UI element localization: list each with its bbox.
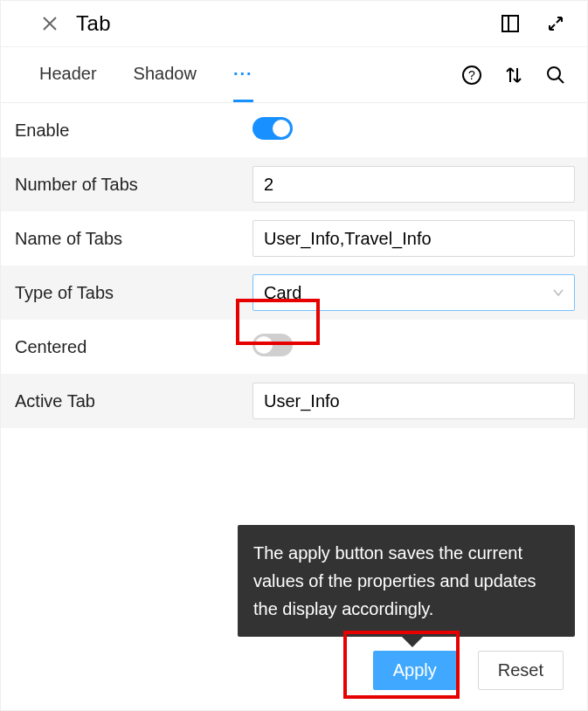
help-icon[interactable]: ? (461, 65, 482, 86)
expand-icon[interactable] (545, 13, 566, 34)
sort-icon[interactable] (503, 65, 524, 86)
centered-switch[interactable] (252, 334, 293, 356)
row-nametabs: Name of Tabs (1, 211, 587, 266)
svg-line-5 (558, 78, 564, 83)
tab-shadow[interactable]: Shadow (134, 47, 197, 102)
label-nametabs: Name of Tabs (15, 229, 242, 249)
row-numtabs: Number of Tabs (1, 157, 587, 211)
row-centered: Centered (1, 320, 587, 374)
reset-button[interactable]: Reset (478, 651, 564, 690)
label-activetab: Active Tab (15, 391, 242, 411)
tab-header[interactable]: Header (39, 47, 97, 102)
label-enable: Enable (15, 121, 242, 141)
nametabs-input[interactable] (252, 220, 575, 257)
label-typetabs: Type of Tabs (15, 283, 242, 303)
apply-button[interactable]: Apply (373, 651, 457, 690)
search-icon[interactable] (545, 65, 566, 86)
property-rows: Enable Number of Tabs Name of Tabs Type … (1, 103, 587, 428)
tab-more[interactable]: ··· (233, 47, 253, 102)
svg-text:?: ? (468, 68, 475, 82)
svg-point-4 (548, 67, 560, 79)
close-icon[interactable] (39, 13, 60, 34)
apply-tooltip: The apply button saves the current value… (238, 525, 575, 637)
svg-rect-0 (502, 16, 518, 31)
label-numtabs: Number of Tabs (15, 175, 242, 195)
numtabs-input[interactable] (252, 166, 575, 203)
typetabs-select[interactable] (252, 274, 575, 311)
label-centered: Centered (15, 337, 242, 357)
row-typetabs: Type of Tabs (1, 266, 587, 320)
enable-switch[interactable] (252, 117, 293, 140)
layout-icon[interactable] (500, 13, 521, 34)
row-activetab: Active Tab (1, 374, 587, 428)
row-enable: Enable (1, 103, 587, 157)
activetab-input[interactable] (252, 383, 575, 419)
title-bar: Tab (1, 1, 587, 47)
panel-title: Tab (76, 11, 484, 36)
footer-actions: Apply Reset (373, 651, 564, 690)
tab-bar: Header Shadow ··· ? (1, 47, 587, 103)
